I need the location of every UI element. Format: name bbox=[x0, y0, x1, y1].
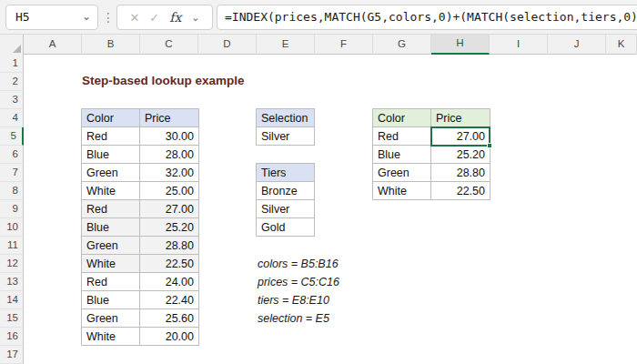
row-header-7[interactable]: 7 bbox=[0, 164, 24, 182]
row-header-1[interactable]: 1 bbox=[0, 55, 24, 73]
formula-input[interactable]: =INDEX(prices,MATCH(G5,colors,0)+(MATCH(… bbox=[217, 5, 637, 30]
selection-table: Selection Silver bbox=[256, 108, 315, 146]
sheet-title[interactable]: Step-based lookup example bbox=[82, 74, 245, 87]
selection-table-header[interactable]: Selection bbox=[257, 109, 315, 127]
row-header-strip: 1 2 3 4 5 6 7 8 9 10 11 12 13 14 15 16 1… bbox=[0, 55, 24, 364]
cell-color[interactable]: White bbox=[82, 255, 140, 273]
cell-color[interactable]: Red bbox=[373, 127, 431, 146]
cell-price[interactable]: 28.00 bbox=[140, 146, 199, 164]
row-header-15[interactable]: 15 bbox=[0, 309, 24, 328]
column-header-h-selected[interactable]: H bbox=[431, 35, 490, 55]
row-header-12[interactable]: 12 bbox=[0, 255, 24, 273]
named-range-note[interactable]: selection = E5 bbox=[258, 309, 329, 328]
row-header-2[interactable]: 2 bbox=[0, 73, 24, 91]
column-header-a[interactable]: A bbox=[24, 35, 82, 55]
chevron-down-icon[interactable]: ⌄ bbox=[82, 5, 91, 27]
table-row: White22.50 bbox=[373, 182, 490, 200]
table-row: Red24.00 bbox=[82, 273, 199, 291]
cell-color[interactable]: White bbox=[82, 328, 140, 346]
row-header-17[interactable]: 17 bbox=[0, 346, 24, 364]
row-header-5-selected[interactable]: 5 bbox=[0, 127, 24, 146]
cell-color[interactable]: Red bbox=[82, 127, 140, 146]
row-header-10[interactable]: 10 bbox=[0, 218, 24, 237]
named-range-note[interactable]: colors = B5:B16 bbox=[258, 255, 339, 273]
cell-price[interactable]: 28.80 bbox=[140, 237, 199, 255]
formula-text: =INDEX(prices,MATCH(G5,colors,0)+(MATCH(… bbox=[225, 10, 637, 24]
cell-color[interactable]: Blue bbox=[82, 146, 140, 164]
cell-price[interactable]: 28.80 bbox=[431, 164, 490, 182]
main-table-header-color[interactable]: Color bbox=[82, 109, 140, 127]
cell-price[interactable]: 22.50 bbox=[431, 182, 490, 200]
fill-handle[interactable] bbox=[487, 143, 492, 148]
cell-color[interactable]: Red bbox=[82, 273, 140, 291]
formula-bar-buttons: ✕ ✓ fx ⌄ bbox=[116, 5, 213, 30]
column-header-k[interactable]: K bbox=[606, 35, 637, 55]
table-row-silver-tier: White22.50 bbox=[82, 255, 199, 273]
active-cell-border[interactable] bbox=[430, 126, 490, 147]
cell-color[interactable]: Red bbox=[82, 200, 140, 218]
enter-icon[interactable]: ✓ bbox=[149, 11, 159, 25]
named-range-note[interactable]: prices = C5:C16 bbox=[258, 273, 339, 291]
cell-price[interactable]: 25.20 bbox=[431, 146, 490, 164]
selection-value-cell[interactable]: Silver bbox=[257, 127, 315, 146]
tier-cell[interactable]: Gold bbox=[257, 218, 315, 237]
cell-price[interactable]: 25.20 bbox=[140, 218, 199, 237]
cell-price[interactable]: 20.00 bbox=[140, 328, 199, 346]
select-all-corner[interactable] bbox=[0, 35, 24, 55]
formula-bar: H5 ⌄ ⋮ ✕ ✓ fx ⌄ =INDEX(prices,MATCH(G5,c… bbox=[0, 0, 637, 35]
table-row: White20.00 bbox=[82, 328, 199, 346]
named-range-note[interactable]: tiers = E8:E10 bbox=[258, 291, 329, 309]
row-header-6[interactable]: 6 bbox=[0, 146, 24, 164]
row-header-13[interactable]: 13 bbox=[0, 273, 24, 291]
cell-color[interactable]: Green bbox=[82, 309, 140, 328]
table-row: Green28.80 bbox=[373, 164, 490, 182]
cell-color[interactable]: Blue bbox=[82, 218, 140, 237]
tiers-table-header[interactable]: Tiers bbox=[257, 164, 315, 182]
cell-price[interactable]: 30.00 bbox=[140, 127, 199, 146]
column-header-b[interactable]: B bbox=[82, 35, 140, 55]
cell-color[interactable]: Green bbox=[82, 164, 140, 182]
select-all-triangle-icon bbox=[13, 45, 21, 53]
cancel-icon[interactable]: ✕ bbox=[129, 11, 139, 25]
tier-cell[interactable]: Silver bbox=[257, 200, 315, 218]
name-box[interactable]: H5 ⌄ bbox=[5, 5, 98, 30]
table-row: Green25.60 bbox=[82, 309, 199, 328]
cell-price[interactable]: 24.00 bbox=[140, 273, 199, 291]
cell-color[interactable]: White bbox=[373, 182, 431, 200]
cell-color[interactable]: Green bbox=[373, 164, 431, 182]
row-header-4[interactable]: 4 bbox=[0, 109, 24, 127]
result-table-header-price[interactable]: Price bbox=[431, 109, 490, 127]
table-row-silver-tier: Green28.80 bbox=[82, 237, 199, 255]
row-header-16[interactable]: 16 bbox=[0, 328, 24, 346]
cell-price[interactable]: 22.40 bbox=[140, 291, 199, 309]
row-header-8[interactable]: 8 bbox=[0, 182, 24, 200]
tier-cell[interactable]: Bronze bbox=[257, 182, 315, 200]
chevron-down-icon[interactable]: ⌄ bbox=[191, 12, 199, 24]
insert-function-icon[interactable]: fx bbox=[169, 10, 181, 25]
column-header-f[interactable]: F bbox=[315, 35, 373, 55]
column-header-e[interactable]: E bbox=[257, 35, 315, 55]
cell-color[interactable]: White bbox=[82, 182, 140, 200]
column-header-j[interactable]: J bbox=[548, 35, 606, 55]
cell-price[interactable]: 25.60 bbox=[140, 309, 199, 328]
row-header-14[interactable]: 14 bbox=[0, 291, 24, 309]
main-table-header-price[interactable]: Price bbox=[140, 109, 199, 127]
cell-color[interactable]: Blue bbox=[82, 291, 140, 309]
column-header-g[interactable]: G bbox=[373, 35, 431, 55]
result-table-header-color[interactable]: Color bbox=[373, 109, 431, 127]
cell-price[interactable]: 25.00 bbox=[140, 182, 199, 200]
row-header-11[interactable]: 11 bbox=[0, 237, 24, 255]
column-header-i[interactable]: I bbox=[490, 35, 548, 55]
cell-price[interactable]: 27.00 bbox=[140, 200, 199, 218]
cell-price[interactable]: 32.00 bbox=[140, 164, 199, 182]
table-row-silver-tier: Red27.00 bbox=[82, 200, 199, 218]
tiers-table: Tiers Bronze Silver Gold bbox=[256, 163, 315, 237]
row-header-9[interactable]: 9 bbox=[0, 200, 24, 218]
column-header-strip: A B C D E F G H I J K bbox=[0, 35, 637, 55]
cell-price[interactable]: 22.50 bbox=[140, 255, 199, 273]
cell-color[interactable]: Green bbox=[82, 237, 140, 255]
column-header-c[interactable]: C bbox=[140, 35, 198, 55]
cell-color[interactable]: Blue bbox=[373, 146, 431, 164]
row-header-3[interactable]: 3 bbox=[0, 91, 24, 109]
column-header-d[interactable]: D bbox=[198, 35, 257, 55]
